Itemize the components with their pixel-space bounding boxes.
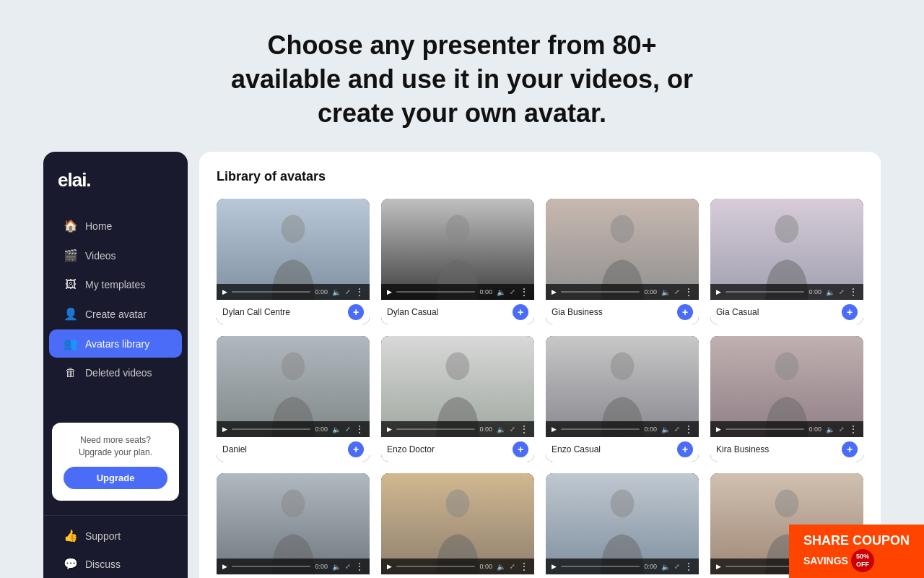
progress-bar-dylan-cas[interactable] bbox=[396, 291, 475, 293]
volume-icon-daniel[interactable]: 🔈 bbox=[332, 426, 341, 434]
more-icon-enzo-doc[interactable]: ⋮ bbox=[520, 424, 528, 434]
time-row3-1: 0:00 bbox=[315, 563, 328, 570]
avatar-info-kira-bus: Kira Business + bbox=[710, 437, 863, 462]
play-icon-dylan-cc[interactable]: ▶ bbox=[222, 288, 227, 296]
avatar-video-dylan-cc[interactable]: ▶ 0:00 🔈 ⤢ ⋮ bbox=[217, 199, 370, 300]
add-avatar-button-gia-cas[interactable]: + bbox=[842, 304, 858, 320]
avatar-video-gia-bus[interactable]: ▶ 0:00 🔈 ⤢ ⋮ bbox=[546, 199, 699, 300]
avatar-video-daniel[interactable]: ▶ 0:00 🔈 ⤢ ⋮ bbox=[217, 336, 370, 437]
expand-icon-enzo-doc[interactable]: ⤢ bbox=[510, 426, 515, 433]
add-avatar-button-daniel[interactable]: + bbox=[348, 441, 364, 457]
footer-icon-support: 👍 bbox=[64, 529, 78, 543]
time-enzo-cas: 0:00 bbox=[644, 426, 657, 433]
play-icon-daniel[interactable]: ▶ bbox=[222, 426, 227, 433]
more-icon-gia-bus[interactable]: ⋮ bbox=[684, 287, 693, 297]
avatar-video-gia-cas[interactable]: ▶ 0:00 🔈 ⤢ ⋮ bbox=[710, 199, 863, 300]
avatar-card-dylan-cc: ▶ 0:00 🔈 ⤢ ⋮ Dylan Call Centre + bbox=[217, 199, 370, 324]
avatar-video-row3-1[interactable]: ▶ 0:00 🔈 ⤢ ⋮ bbox=[217, 473, 370, 574]
avatar-video-enzo-doc[interactable]: ▶ 0:00 🔈 ⤢ ⋮ bbox=[381, 336, 534, 437]
video-controls-kira-bus: ▶ 0:00 🔈 ⤢ ⋮ bbox=[710, 421, 863, 437]
more-icon-dylan-cc[interactable]: ⋮ bbox=[355, 287, 364, 297]
expand-icon-enzo-cas[interactable]: ⤢ bbox=[674, 426, 680, 433]
progress-bar-row3-2[interactable] bbox=[396, 566, 475, 567]
more-icon-dylan-cas[interactable]: ⋮ bbox=[520, 287, 528, 297]
sidebar-item-deleted-videos[interactable]: 🗑 Deleted videos bbox=[49, 359, 182, 387]
coupon-line2: SAVINGS bbox=[803, 555, 848, 567]
avatar-info-daniel: Daniel + bbox=[217, 437, 370, 462]
video-controls-gia-cas: ▶ 0:00 🔈 ⤢ ⋮ bbox=[710, 284, 863, 300]
expand-icon-row3-3[interactable]: ⤢ bbox=[674, 563, 680, 570]
more-icon-gia-cas[interactable]: ⋮ bbox=[849, 287, 858, 297]
sidebar-footer-item-discuss[interactable]: 💬 Discuss bbox=[49, 550, 182, 578]
play-icon-row3-1[interactable]: ▶ bbox=[222, 563, 227, 570]
sidebar-item-avatars-library[interactable]: 👥 Avatars library bbox=[49, 329, 182, 358]
sidebar-item-home[interactable]: 🏠 Home bbox=[49, 212, 182, 240]
progress-bar-enzo-cas[interactable] bbox=[561, 428, 640, 430]
volume-icon-row3-3[interactable]: 🔈 bbox=[661, 563, 670, 571]
coupon-line1: SHARE COUPON bbox=[803, 533, 910, 549]
sidebar-item-create-avatar[interactable]: 👤 Create avatar bbox=[49, 300, 182, 328]
more-icon-enzo-cas[interactable]: ⋮ bbox=[684, 424, 693, 434]
volume-icon-enzo-doc[interactable]: 🔈 bbox=[497, 426, 505, 434]
sidebar-item-my-templates[interactable]: 🖼 My templates bbox=[49, 271, 182, 298]
progress-bar-enzo-doc[interactable] bbox=[396, 428, 475, 430]
play-icon-enzo-cas[interactable]: ▶ bbox=[552, 426, 557, 433]
volume-icon-enzo-cas[interactable]: 🔈 bbox=[661, 426, 670, 434]
expand-icon-daniel[interactable]: ⤢ bbox=[345, 426, 351, 433]
progress-bar-gia-cas[interactable] bbox=[725, 291, 804, 293]
add-avatar-button-dylan-cas[interactable]: + bbox=[513, 304, 528, 320]
avatar-video-row3-3[interactable]: ▶ 0:00 🔈 ⤢ ⋮ bbox=[546, 473, 699, 574]
nav-label-home: Home bbox=[85, 220, 112, 232]
avatar-info-enzo-doc: Enzo Doctor + bbox=[381, 437, 534, 462]
volume-icon-gia-cas[interactable]: 🔈 bbox=[826, 288, 834, 296]
progress-bar-dylan-cc[interactable] bbox=[232, 291, 310, 293]
avatar-video-kira-bus[interactable]: ▶ 0:00 🔈 ⤢ ⋮ bbox=[710, 336, 863, 437]
play-icon-gia-bus[interactable]: ▶ bbox=[552, 288, 557, 296]
volume-icon-dylan-cas[interactable]: 🔈 bbox=[497, 288, 505, 296]
progress-bar-daniel[interactable] bbox=[232, 428, 310, 430]
more-icon-row3-2[interactable]: ⋮ bbox=[520, 561, 528, 571]
play-icon-row3-4[interactable]: ▶ bbox=[716, 563, 721, 570]
play-icon-kira-bus[interactable]: ▶ bbox=[716, 426, 721, 433]
progress-bar-kira-bus[interactable] bbox=[725, 428, 804, 430]
progress-bar-row3-3[interactable] bbox=[561, 566, 640, 567]
add-avatar-button-gia-bus[interactable]: + bbox=[677, 304, 693, 320]
upgrade-button[interactable]: Upgrade bbox=[64, 467, 167, 489]
more-icon-kira-bus[interactable]: ⋮ bbox=[849, 424, 858, 434]
sidebar-item-videos[interactable]: 🎬 Videos bbox=[49, 241, 182, 269]
more-icon-row3-1[interactable]: ⋮ bbox=[355, 561, 364, 571]
svg-point-3 bbox=[775, 215, 799, 243]
play-icon-row3-2[interactable]: ▶ bbox=[387, 563, 392, 570]
play-icon-gia-cas[interactable]: ▶ bbox=[716, 288, 721, 296]
avatar-video-dylan-cas[interactable]: ▶ 0:00 🔈 ⤢ ⋮ bbox=[381, 199, 534, 300]
volume-icon-dylan-cc[interactable]: 🔈 bbox=[332, 288, 341, 296]
progress-bar-row3-1[interactable] bbox=[232, 566, 310, 567]
play-icon-enzo-doc[interactable]: ▶ bbox=[387, 426, 392, 433]
expand-icon-dylan-cc[interactable]: ⤢ bbox=[345, 288, 351, 296]
svg-point-0 bbox=[282, 215, 305, 243]
expand-icon-dylan-cas[interactable]: ⤢ bbox=[510, 288, 515, 296]
progress-bar-gia-bus[interactable] bbox=[561, 291, 640, 293]
expand-icon-gia-bus[interactable]: ⤢ bbox=[674, 288, 680, 296]
more-icon-daniel[interactable]: ⋮ bbox=[355, 424, 364, 434]
hero-section: Choose any presenter from 80+ available … bbox=[0, 0, 924, 152]
more-icon-row3-3[interactable]: ⋮ bbox=[684, 561, 693, 571]
expand-icon-gia-cas[interactable]: ⤢ bbox=[839, 288, 845, 296]
add-avatar-button-kira-bus[interactable]: + bbox=[842, 441, 858, 457]
footer-label-discuss: Discuss bbox=[85, 558, 121, 570]
volume-icon-row3-1[interactable]: 🔈 bbox=[332, 563, 341, 571]
sidebar-footer-item-support[interactable]: 👍 Support bbox=[49, 522, 182, 550]
volume-icon-kira-bus[interactable]: 🔈 bbox=[826, 426, 834, 434]
avatar-video-enzo-cas[interactable]: ▶ 0:00 🔈 ⤢ ⋮ bbox=[546, 336, 699, 437]
expand-icon-kira-bus[interactable]: ⤢ bbox=[839, 426, 845, 433]
volume-icon-row3-2[interactable]: 🔈 bbox=[497, 563, 505, 571]
add-avatar-button-enzo-cas[interactable]: + bbox=[677, 441, 693, 457]
play-icon-dylan-cas[interactable]: ▶ bbox=[387, 288, 392, 296]
expand-icon-row3-2[interactable]: ⤢ bbox=[510, 563, 515, 570]
expand-icon-row3-1[interactable]: ⤢ bbox=[345, 563, 351, 570]
add-avatar-button-enzo-doc[interactable]: + bbox=[513, 441, 528, 457]
volume-icon-gia-bus[interactable]: 🔈 bbox=[661, 288, 670, 296]
avatar-video-row3-2[interactable]: ▶ 0:00 🔈 ⤢ ⋮ bbox=[381, 473, 534, 574]
add-avatar-button-dylan-cc[interactable]: + bbox=[348, 304, 364, 320]
play-icon-row3-3[interactable]: ▶ bbox=[552, 563, 557, 570]
